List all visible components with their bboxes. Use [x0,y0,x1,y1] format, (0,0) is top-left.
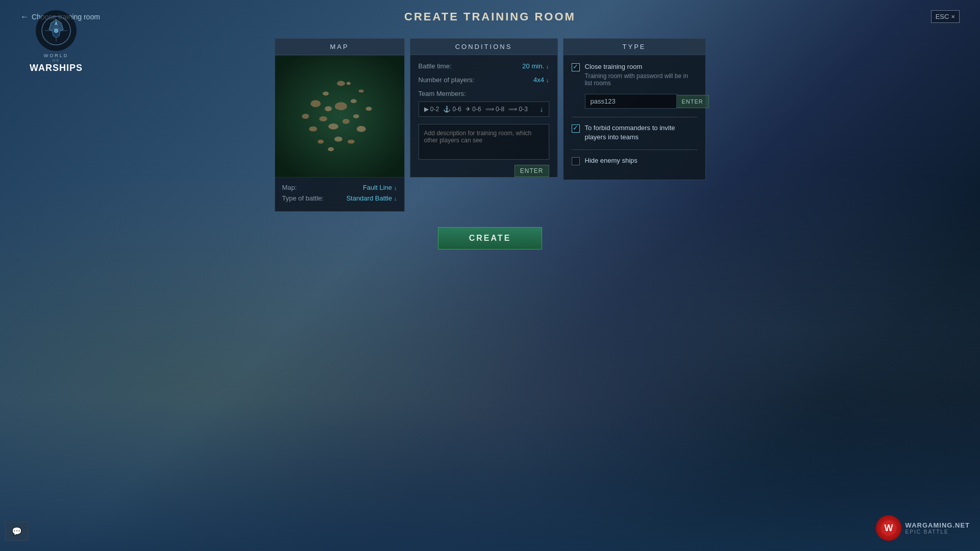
close-button[interactable]: ESC × [931,10,960,23]
battle-time-row: Battle time: 20 min. ↓ [419,62,549,70]
battle-time-label: Battle time: [419,62,452,70]
svg-point-21 [365,107,372,111]
svg-rect-3 [275,56,404,177]
team-members-section: Team Members: ▶ 0-2 ⚓ 0-6 ✈ 0-6 ⟹ 0-8 ⟹ … [419,90,549,117]
svg-point-20 [302,114,309,119]
forbid-checkbox[interactable] [572,124,580,133]
svg-point-12 [342,119,349,124]
players-label: Number of players: [419,76,475,84]
svg-point-16 [317,140,324,144]
hide-ships-checkbox[interactable] [572,157,580,165]
type-panel: TYPE Close training room Training room w… [563,38,706,180]
logo-world: WORLD [15,53,97,58]
battle-time-value[interactable]: 20 min. ↓ [522,62,549,70]
team-label: Team Members: [419,90,549,97]
map-panel: MAP [275,38,405,212]
svg-point-13 [353,114,359,118]
game-logo: WORLD OF WARSHIPS [15,10,97,92]
svg-point-14 [309,127,317,132]
hide-ships-row: Hide enemy ships [572,156,697,165]
close-room-checkbox[interactable] [572,63,580,71]
svg-point-4 [337,81,345,86]
logo-of: OF [15,58,97,63]
players-value[interactable]: 4x4 ↓ [533,76,549,84]
map-image [275,55,404,178]
map-panel-header: MAP [275,39,404,55]
map-value[interactable]: Fault Line ↓ [363,184,397,191]
type-body: Close training room Training room with p… [564,55,705,180]
panels-container: MAP [275,38,706,212]
conditions-panel-header: CONDITIONS [410,39,557,55]
team-icons: ▶ 0-2 ⚓ 0-6 ✈ 0-6 ⟹ 0-8 ⟹ 0-3 [424,106,528,113]
type-panel-header: TYPE [564,39,705,55]
svg-point-1 [54,29,58,33]
players-row: Number of players: 4x4 ↓ [419,76,549,84]
close-room-text-group: Close training room Training room with p… [585,62,697,87]
forbid-label: To forbid commanders to invite players i… [585,123,697,142]
description-enter-button[interactable]: ENTER [514,165,549,177]
close-room-row: Close training room Training room with p… [572,62,697,87]
page-header: ← Choose training room CREATE TRAINING R… [0,0,980,33]
esc-label: ESC [936,13,949,20]
team-icon-battleship: ✈ 0-6 [465,106,481,113]
team-icon-cruiser: ⚓ 0-6 [443,106,461,113]
svg-point-18 [347,140,354,144]
battle-type-dropdown-icon: ↓ [394,195,397,202]
description-input[interactable] [419,124,549,160]
svg-point-10 [319,116,327,121]
password-enter-button[interactable]: ENTER [677,95,709,108]
page-title: CREATE TRAINING ROOM [404,10,576,23]
svg-point-9 [350,99,356,103]
svg-point-22 [358,89,363,92]
map-label: Map: [282,184,297,191]
team-icons-row: ▶ 0-2 ⚓ 0-6 ✈ 0-6 ⟹ 0-8 ⟹ 0-3 ↓ [419,102,549,117]
close-room-label: Close training room [585,62,697,71]
svg-point-6 [310,100,321,107]
password-row: ENTER [585,94,697,109]
map-footer: Map: Fault Line ↓ Type of battle: Standa… [275,178,404,211]
conditions-body: Battle time: 20 min. ↓ Number of players… [410,55,557,172]
logo-warships: WARSHIPS [15,63,97,73]
map-dropdown-icon: ↓ [394,185,397,191]
svg-point-23 [346,82,350,85]
divider2 [572,149,697,150]
password-input[interactable] [585,94,677,109]
svg-point-15 [356,126,365,132]
svg-point-7 [325,106,332,111]
players-dropdown-icon: ↓ [546,77,549,83]
team-expand-icon[interactable]: ↓ [540,105,544,113]
svg-point-19 [328,147,334,152]
divider1 [572,117,697,117]
forbid-row: To forbid commanders to invite players i… [572,123,697,142]
close-icon: × [951,13,955,20]
team-icon-carrier2: ⟹ 0-3 [508,106,528,113]
svg-point-11 [328,123,338,130]
create-button[interactable]: CREATE [438,227,543,249]
battle-type-row: Type of battle: Standard Battle ↓ [282,194,397,202]
team-icon-carrier1: ⟹ 0-8 [485,106,505,113]
battle-time-dropdown-icon: ↓ [546,63,549,69]
hide-ships-label: Hide enemy ships [585,156,638,165]
description-section: ENTER [419,124,549,165]
map-row: Map: Fault Line ↓ [282,184,397,191]
svg-point-5 [323,91,329,95]
battle-type-value[interactable]: Standard Battle ↓ [346,194,397,202]
conditions-panel: CONDITIONS Battle time: 20 min. ↓ Number… [410,38,558,178]
svg-point-8 [335,102,347,110]
create-section: CREATE [438,227,543,249]
team-icon-destroyer: ▶ 0-2 [424,106,439,113]
close-room-subtext: Training room with password will be in l… [585,72,697,87]
battle-type-label: Type of battle: [282,194,324,202]
svg-point-17 [334,137,342,142]
